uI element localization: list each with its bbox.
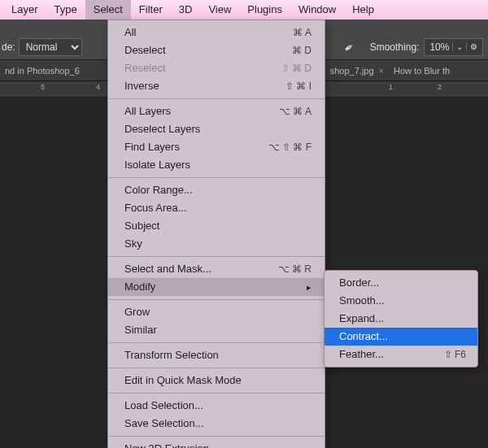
menu-item-select-and-mask[interactable]: Select and Mask...⌥ ⌘ R — [108, 260, 325, 278]
select-menu-dropdown: All⌘ ADeselect⌘ DReselect⇧ ⌘ DInverse⇧ ⌘… — [107, 20, 325, 448]
menu-item-isolate-layers[interactable]: Isolate Layers — [108, 156, 325, 174]
menu-item-deselect-layers[interactable]: Deselect Layers — [108, 120, 325, 138]
menu-item-modify[interactable]: Modify — [108, 278, 325, 296]
menubar-item-plugins[interactable]: Plugins — [239, 0, 290, 20]
submenu-item-feather[interactable]: Feather...⇧ F6 — [325, 346, 477, 363]
submenu-item-border[interactable]: Border... — [325, 274, 477, 292]
menu-item-grow[interactable]: Grow — [108, 303, 325, 321]
menu-item-subject[interactable]: Subject — [108, 217, 325, 235]
ruler-tick: 4 — [96, 83, 100, 91]
menu-item-inverse[interactable]: Inverse⇧ ⌘ I — [108, 77, 325, 95]
menu-item-save-selection[interactable]: Save Selection... — [108, 415, 325, 433]
menu-item-load-selection[interactable]: Load Selection... — [108, 397, 325, 415]
blend-mode-select[interactable]: Normal — [19, 38, 82, 56]
ruler-tick: 1 — [389, 83, 393, 91]
menubar-item-3d[interactable]: 3D — [171, 0, 201, 20]
submenu-item-expand[interactable]: Expand... — [325, 310, 477, 328]
ruler-tick: 5 — [41, 83, 45, 91]
menubar-item-layer[interactable]: Layer — [3, 0, 46, 20]
menu-item-all-layers[interactable]: All Layers⌥ ⌘ A — [108, 102, 325, 120]
menubar-item-type[interactable]: Type — [46, 0, 85, 20]
menu-item-edit-in-quick-mask-mode[interactable]: Edit in Quick Mask Mode — [108, 372, 325, 389]
menubar-item-window[interactable]: Window — [290, 0, 344, 20]
menu-item-color-range[interactable]: Color Range... — [108, 181, 325, 199]
submenu-item-smooth[interactable]: Smooth... — [325, 292, 477, 310]
blend-mode-label: de: — [2, 41, 15, 53]
document-tab[interactable]: nd in Photoshop_6 — [0, 66, 85, 76]
menubar: LayerTypeSelectFilter3DViewPluginsWindow… — [0, 0, 488, 20]
menubar-item-view[interactable]: View — [200, 0, 239, 20]
menu-item-deselect[interactable]: Deselect⌘ D — [108, 41, 325, 59]
menubar-item-help[interactable]: Help — [344, 0, 382, 20]
ruler-tick: 2 — [438, 83, 442, 91]
close-icon[interactable]: × — [379, 66, 384, 76]
menu-item-reselect: Reselect⇧ ⌘ D — [108, 59, 325, 77]
menu-item-new-3d-extrusion[interactable]: New 3D Extrusion — [108, 440, 325, 448]
smoothing-dropdown[interactable]: ⌄ — [452, 42, 466, 51]
menu-item-transform-selection[interactable]: Transform Selection — [108, 346, 325, 364]
menu-item-focus-area[interactable]: Focus Area... — [108, 199, 325, 217]
modify-submenu: Border...Smooth...Expand...Contract...Fe… — [324, 270, 478, 368]
menubar-item-select[interactable]: Select — [85, 0, 131, 20]
menubar-item-filter[interactable]: Filter — [131, 0, 171, 20]
submenu-item-contract[interactable]: Contract... — [325, 328, 477, 346]
menu-item-find-layers[interactable]: Find Layers⌥ ⇧ ⌘ F — [108, 138, 325, 156]
smoothing-label: Smoothing: — [370, 41, 420, 53]
menu-item-similar[interactable]: Similar — [108, 321, 325, 339]
menu-item-sky[interactable]: Sky — [108, 235, 325, 253]
document-tab[interactable]: shop_7.jpg — [325, 66, 379, 76]
pressure-icon[interactable]: ✒ — [341, 39, 356, 55]
document-tab[interactable]: How to Blur th — [389, 66, 455, 76]
smoothing-value[interactable]: 10% — [426, 41, 452, 53]
smoothing-settings-icon[interactable]: ⚙ — [466, 42, 481, 51]
menu-item-all[interactable]: All⌘ A — [108, 24, 325, 41]
